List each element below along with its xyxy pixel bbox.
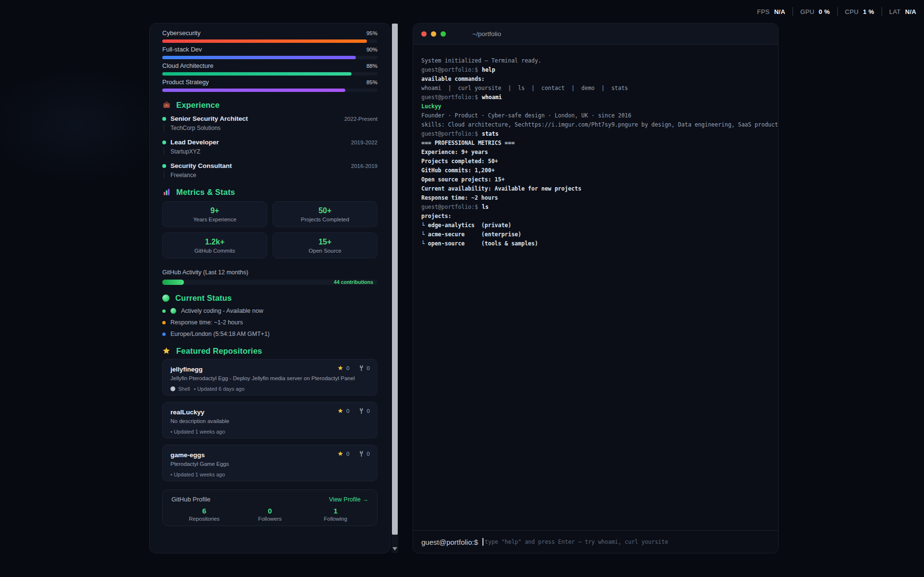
fork-count: 0 (367, 408, 370, 414)
terminal-body: System initialized — Terminal ready. gue… (413, 45, 778, 248)
status-text: Response time: ~1-2 hours (170, 319, 243, 326)
terminal-line: Experience: 9+ years (421, 148, 770, 157)
fork-count: 0 (367, 365, 370, 371)
github-profile-label: GitHub Profile (171, 496, 210, 503)
status-item: Actively coding - Available now (162, 307, 377, 315)
repo-updated: • Updated 6 days ago (194, 386, 244, 392)
terminal-input-prompt: guest@portfolio:$ (421, 538, 478, 546)
bar-chart-icon (162, 188, 170, 196)
status-metric-label: FPS (757, 8, 769, 15)
job-title: Senior Security Architect (170, 115, 248, 122)
fork-count: 0 (367, 451, 370, 457)
scrollbar-down-arrow[interactable] (391, 544, 398, 553)
star-icon (338, 365, 343, 371)
performance-status-bar: FPS N/A GPU 0 % CPU 1 % LAT N/A (750, 6, 917, 17)
skill-name: Product Strategy (162, 78, 209, 86)
terminal-output-text: Open source projects: 15+ (421, 176, 505, 183)
terminal-line: projects: (421, 212, 770, 221)
status-metric-value: N/A (774, 8, 785, 15)
status-dot (162, 321, 166, 324)
current-status-section-heading: Current Status (162, 293, 377, 303)
repo-card[interactable]: game-eggs Pterodactyl Game Eggs • Update… (162, 445, 377, 481)
text-cursor (482, 538, 483, 546)
green-circle-icon (162, 295, 169, 302)
status-metric: GPU 0 % (793, 7, 837, 16)
skill-bar-track (162, 72, 377, 76)
terminal-output-text: available commands: (421, 76, 485, 82)
github-stat-value: 0 (237, 507, 302, 515)
metrics-heading-text: Metrics & Stats (176, 188, 235, 197)
view-profile-link[interactable]: View Profile → (329, 496, 368, 503)
terminal-line: guest@portfolio:$stats (421, 129, 770, 139)
star-count: 0 (346, 365, 349, 371)
repo-counts: 0 0 (338, 408, 370, 414)
terminal-input[interactable]: guest@portfolio:$ type "help" and press … (413, 530, 778, 553)
star-icon (338, 408, 343, 414)
scrollbar-thumb[interactable] (392, 24, 398, 535)
skill-row: Full-stack Dev 90% (162, 46, 377, 59)
star-icon (162, 347, 170, 355)
github-stat-label: Following (303, 516, 368, 522)
status-metric-value: 1 % (863, 8, 874, 15)
experience-item: Security Consultant 2016-2019 Freelance (162, 162, 377, 179)
terminal-output-text: Experience: 9+ years (421, 149, 488, 155)
status-metric: LAT N/A (882, 7, 917, 16)
status-item: Response time: ~1-2 hours (162, 319, 377, 326)
terminal-line: guest@portfolio:$help (421, 65, 770, 75)
maximize-icon[interactable] (441, 31, 446, 37)
status-metric-value: 0 % (819, 8, 830, 15)
profile-card: Cybersecurity 95% Full-stack Dev 90% (149, 23, 390, 553)
green-ball-icon (170, 308, 176, 314)
status-dot (162, 309, 166, 313)
job-period: 2016-2019 (351, 163, 377, 169)
vertical-scrollbar[interactable] (391, 24, 398, 553)
terminal-line: Projects completed: 50+ (421, 157, 770, 166)
terminal-line: └ edge-analytics (private) (421, 221, 770, 230)
terminal-line: System initialized — Terminal ready. (421, 56, 770, 65)
skill-percent: 90% (366, 47, 377, 52)
fork-icon (359, 451, 364, 457)
repo-card[interactable]: realLuckyy No description available • Up… (162, 402, 377, 438)
status-metric-value: N/A (905, 8, 916, 15)
minimize-icon[interactable] (431, 31, 436, 37)
terminal-output-text: └ edge-analytics (private) (421, 222, 511, 229)
job-title: Security Consultant (170, 162, 232, 169)
repo-updated: • Updated 1 weeks ago (170, 472, 225, 477)
experience-list: Senior Security Architect 2022-Present T… (162, 115, 377, 179)
experience-item: Lead Developer 2019-2022 StartupXYZ (162, 139, 377, 155)
close-icon[interactable] (421, 31, 427, 37)
terminal-title: ~/portfolio (472, 30, 501, 38)
briefcase-icon (162, 101, 170, 109)
terminal-prompt: guest@portfolio:$ (421, 130, 478, 137)
skill-row: Cloud Architecture 88% (162, 62, 377, 76)
github-stat: 6 Repositories (171, 507, 237, 522)
terminal-line: Founder · Product · Cyber-safe design · … (421, 111, 770, 120)
status-item: Europe/London (5:54:18 AM GMT+1) (162, 330, 377, 338)
job-period: 2019-2022 (351, 140, 377, 145)
terminal-line: available commands: (421, 75, 770, 84)
skill-bar-fill (162, 89, 345, 92)
terminal-command: help (482, 66, 495, 73)
metrics-section-heading: Metrics & Stats (162, 187, 377, 197)
terminal-output-text: └ open-source (tools & samples) (421, 240, 538, 247)
terminal-prompt: guest@portfolio:$ (421, 66, 478, 73)
stat-value: 15+ (318, 238, 331, 246)
terminal-line: GitHub commits: 1,200+ (421, 166, 770, 175)
repo-card[interactable]: jellyfinegg Jellyfin Pterodactyl Egg - D… (162, 359, 377, 396)
terminal-output-text: └ acme-secure (enterprise) (421, 231, 521, 238)
skill-bar-fill (162, 72, 351, 76)
current-status-heading-text: Current Status (175, 294, 232, 303)
terminal-command: ls (482, 204, 489, 210)
skill-bar-track (162, 56, 377, 59)
terminal-line: └ acme-secure (enterprise) (421, 230, 770, 239)
skill-bar-track (162, 89, 377, 92)
terminal-line: └ open-source (tools & samples) (421, 239, 770, 248)
repo-description: Pterodactyl Game Eggs (170, 461, 369, 468)
status-metric-label: GPU (800, 8, 814, 15)
terminal-output-text: whoami | curl yoursite | ls | contact | … (421, 85, 628, 91)
stat-label: Years Experience (193, 217, 236, 222)
skill-row: Cybersecurity 95% (162, 29, 377, 43)
terminal-line: whoami | curl yoursite | ls | contact | … (421, 84, 770, 93)
github-stat-label: Repositories (171, 516, 237, 522)
fork-icon (359, 365, 364, 371)
